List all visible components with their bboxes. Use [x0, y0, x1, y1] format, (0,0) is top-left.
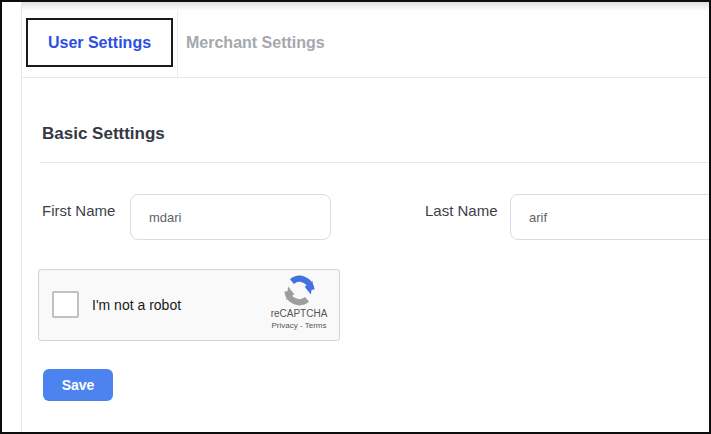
recaptcha-brand-text: reCAPTCHA [265, 309, 333, 319]
tabs-divider [21, 77, 709, 78]
recaptcha-privacy-link[interactable]: Privacy [272, 321, 298, 330]
recaptcha-widget: I'm not a robot reCAPTCHA Privacy - Term… [38, 269, 340, 341]
last-name-field[interactable] [510, 194, 711, 240]
sidebar-boundary-line [21, 2, 22, 432]
tab-user-settings-label: User Settings [48, 34, 151, 52]
top-shadow [21, 2, 709, 11]
recaptcha-links: Privacy - Terms [265, 322, 333, 330]
recaptcha-links-separator: - [300, 321, 303, 330]
first-name-field[interactable] [130, 194, 331, 240]
save-button[interactable]: Save [43, 369, 113, 401]
recaptcha-logo-icon [265, 274, 333, 307]
settings-page: User Settings Merchant Settings Basic Se… [0, 0, 711, 434]
recaptcha-branding: reCAPTCHA Privacy - Terms [265, 274, 333, 330]
first-name-label: First Name [42, 202, 115, 219]
page-title: Basic Setttings [42, 124, 165, 144]
recaptcha-checkbox-label: I'm not a robot [92, 297, 181, 313]
tab-separator [177, 11, 178, 77]
last-name-label: Last Name [425, 202, 498, 219]
section-divider [40, 162, 709, 163]
recaptcha-terms-link[interactable]: Terms [305, 321, 327, 330]
recaptcha-checkbox[interactable] [52, 291, 79, 318]
tab-merchant-settings-label: Merchant Settings [186, 34, 325, 52]
tab-merchant-settings[interactable]: Merchant Settings [186, 18, 325, 67]
tab-user-settings[interactable]: User Settings [26, 18, 173, 67]
